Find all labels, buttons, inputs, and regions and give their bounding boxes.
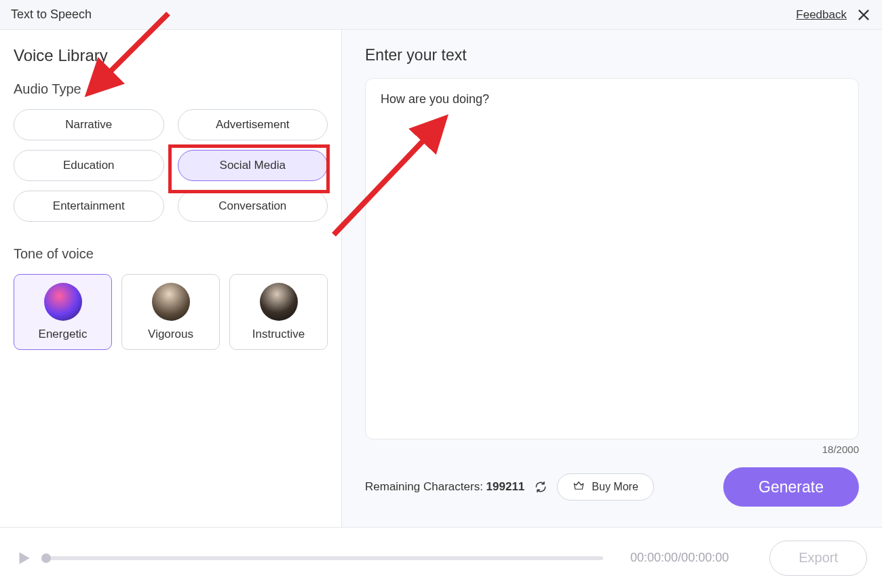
player-bar: 00:00:00/00:00:00 Export: [0, 527, 882, 588]
avatar: [44, 283, 82, 321]
audio-type-narrative[interactable]: Narrative: [14, 109, 164, 140]
crown-icon: [573, 479, 585, 494]
generate-button[interactable]: Generate: [723, 467, 859, 507]
remaining-value: 199211: [486, 480, 525, 493]
audio-type-grid: Narrative Advertisement Education Social…: [14, 109, 328, 222]
text-input[interactable]: [365, 78, 859, 439]
progress-slider[interactable]: [46, 556, 603, 560]
audio-type-education[interactable]: Education: [14, 150, 164, 181]
tone-grid: Energetic Vigorous Instructive: [14, 274, 328, 350]
close-icon[interactable]: [856, 7, 871, 22]
enter-text-title: Enter your text: [365, 46, 859, 64]
tone-instructive[interactable]: Instructive: [229, 274, 328, 350]
audio-type-title: Audio Type: [14, 81, 328, 97]
right-panel: Enter your text 18/2000 Remaining Charac…: [342, 30, 882, 527]
remaining-label: Remaining Characters:: [365, 480, 486, 493]
play-icon[interactable]: [15, 549, 33, 567]
avatar: [152, 283, 190, 321]
remaining-characters: Remaining Characters: 199211 Buy More: [365, 473, 654, 501]
progress-thumb[interactable]: [41, 553, 51, 563]
tone-label: Energetic: [39, 328, 88, 341]
audio-type-social-media[interactable]: Social Media: [178, 150, 328, 181]
voice-library-title: Voice Library: [14, 46, 328, 65]
audio-type-entertainment[interactable]: Entertainment: [14, 191, 164, 222]
audio-type-advertisement[interactable]: Advertisement: [178, 109, 328, 140]
left-panel: Voice Library Audio Type Narrative Adver…: [0, 30, 342, 527]
tone-label: Vigorous: [148, 328, 193, 341]
tone-label: Instructive: [252, 328, 305, 341]
tone-vigorous[interactable]: Vigorous: [121, 274, 220, 350]
audio-type-conversation[interactable]: Conversation: [178, 191, 328, 222]
export-button[interactable]: Export: [769, 541, 867, 576]
feedback-link[interactable]: Feedback: [796, 8, 847, 22]
buy-more-button[interactable]: Buy More: [557, 473, 653, 501]
buy-more-label: Buy More: [592, 481, 638, 493]
action-bar: Remaining Characters: 199211 Buy More Ge…: [365, 455, 859, 527]
app-title: Text to Speech: [11, 7, 92, 22]
avatar: [260, 283, 298, 321]
tone-energetic[interactable]: Energetic: [14, 274, 112, 350]
refresh-icon[interactable]: [534, 480, 548, 494]
tone-of-voice-title: Tone of voice: [14, 246, 328, 262]
time-display: 00:00:00/00:00:00: [630, 551, 729, 565]
character-count: 18/2000: [365, 444, 859, 455]
header-bar: Text to Speech Feedback: [0, 0, 882, 30]
header-actions: Feedback: [796, 7, 871, 22]
